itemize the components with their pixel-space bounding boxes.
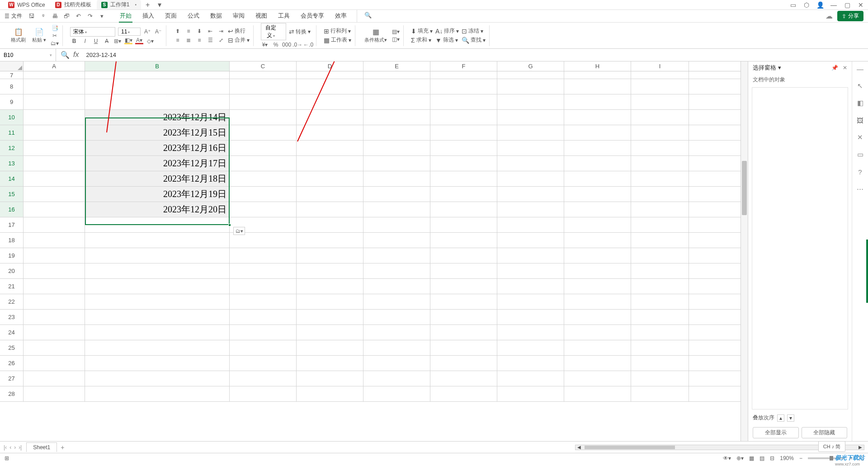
cell[interactable] [363, 156, 430, 171]
number-format-select[interactable]: 自定义▾ [261, 23, 286, 40]
border-icon[interactable]: ⊞▾ [113, 38, 122, 44]
row-header[interactable]: 11 [0, 125, 24, 140]
cube-icon[interactable]: ⬡ [803, 1, 810, 9]
cell[interactable] [497, 294, 564, 309]
row-header[interactable]: 24 [0, 325, 24, 340]
increase-font-icon[interactable]: A⁺ [143, 28, 151, 35]
strike-icon[interactable]: A̶ [103, 38, 111, 44]
cell[interactable] [363, 233, 430, 248]
cell[interactable] [297, 386, 363, 401]
vscroll-thumb[interactable] [742, 161, 747, 215]
underline-icon[interactable]: U [92, 38, 100, 44]
dec-inc-icon[interactable]: .0→ [293, 42, 302, 48]
target-icon[interactable]: ⊕▾ [736, 455, 744, 461]
table-style-icon[interactable]: ▤▾ [392, 28, 400, 35]
tab-review[interactable]: 审阅 [232, 10, 245, 23]
cell[interactable] [631, 202, 689, 217]
view-page-icon[interactable]: ▤ [760, 455, 764, 461]
cell[interactable] [24, 171, 85, 186]
col-H[interactable]: H [564, 61, 631, 71]
col-G[interactable]: G [497, 61, 564, 71]
col-E[interactable]: E [363, 61, 430, 71]
cell[interactable] [230, 187, 297, 202]
filter-button[interactable]: ▼筛选▾ [435, 36, 459, 44]
cell[interactable] [631, 156, 689, 171]
cell[interactable] [564, 248, 631, 263]
search-icon[interactable]: 🔍 [357, 10, 373, 23]
cell[interactable] [24, 94, 85, 109]
cell[interactable] [430, 371, 497, 386]
cell[interactable] [430, 340, 497, 355]
cell[interactable] [363, 79, 430, 94]
cell[interactable] [430, 141, 497, 155]
indent-dec-icon[interactable]: ⇤ [206, 28, 214, 34]
cell[interactable] [564, 356, 631, 371]
cell[interactable] [497, 356, 564, 371]
select-tool-icon[interactable]: ↖ [856, 81, 865, 90]
cell[interactable] [430, 294, 497, 309]
cell[interactable] [564, 94, 631, 109]
orientation-icon[interactable]: ⤢ [217, 37, 225, 43]
fx-icon[interactable]: fx [73, 51, 79, 59]
cell[interactable] [230, 202, 297, 217]
paste-options-icon[interactable]: 🗂▾ [233, 227, 245, 235]
cell[interactable] [631, 79, 689, 94]
cell[interactable] [430, 125, 497, 140]
vertical-scrollbar[interactable] [741, 61, 748, 441]
format-painter-button[interactable]: 📋格式刷 [9, 27, 28, 44]
cell[interactable] [631, 294, 689, 309]
cell[interactable] [564, 310, 631, 324]
move-up-icon[interactable]: ▴ [777, 414, 784, 422]
more-icon[interactable]: ▾ [98, 13, 105, 20]
sort-button[interactable]: A↓排序▾ [435, 27, 459, 35]
col-B[interactable]: B [85, 61, 230, 71]
cell[interactable] [363, 217, 430, 232]
cell[interactable] [497, 325, 564, 340]
row-header[interactable]: 26 [0, 356, 24, 371]
pic-icon[interactable]: 🖼 [856, 116, 865, 125]
row-header[interactable]: 27 [0, 371, 24, 386]
cell[interactable] [363, 340, 430, 355]
file-menu[interactable]: ☰ 文件 [5, 12, 22, 20]
clear-format-icon[interactable]: ◇▾ [146, 38, 154, 44]
cell[interactable] [24, 310, 85, 324]
cell[interactable] [230, 156, 297, 171]
comma-icon[interactable]: 000 [283, 42, 291, 48]
paste-opts-icon[interactable]: 🗂▾ [51, 40, 59, 47]
sum-button[interactable]: Σ求和▾ [411, 36, 433, 44]
col-I[interactable]: I [631, 61, 689, 71]
redo-icon[interactable]: ↷ [86, 13, 94, 20]
view-normal-icon[interactable]: ▦ [749, 455, 754, 461]
italic-icon[interactable]: I [81, 38, 89, 44]
close-icon[interactable]: ✕ [857, 1, 864, 9]
tab-wps[interactable]: WWPS Office [4, 1, 50, 9]
cell[interactable] [363, 386, 430, 401]
cell[interactable] [564, 79, 631, 94]
cell[interactable] [297, 187, 363, 202]
cell[interactable] [24, 325, 85, 340]
cell[interactable] [85, 263, 230, 278]
row-header[interactable]: 14 [0, 171, 24, 186]
cell[interactable] [363, 202, 430, 217]
cell[interactable] [430, 79, 497, 94]
cell[interactable] [497, 340, 564, 355]
cell[interactable] [363, 371, 430, 386]
cell[interactable] [24, 187, 85, 202]
prev-sheet-icon[interactable]: ‹ [9, 444, 11, 451]
move-down-icon[interactable]: ▾ [787, 414, 794, 422]
cell[interactable] [297, 110, 363, 125]
cell[interactable] [24, 371, 85, 386]
cell[interactable] [631, 356, 689, 371]
cell[interactable] [85, 217, 230, 232]
cell[interactable] [564, 263, 631, 278]
cell[interactable] [85, 79, 230, 94]
col-C[interactable]: C [230, 61, 297, 71]
cell[interactable] [564, 125, 631, 140]
pane-close-icon[interactable]: ✕ [843, 65, 847, 71]
cell[interactable] [363, 294, 430, 309]
row-header[interactable]: 13 [0, 156, 24, 171]
tab-insert[interactable]: 插入 [142, 10, 155, 23]
cell[interactable] [230, 371, 297, 386]
cell[interactable] [297, 125, 363, 140]
align-right-icon[interactable]: ≡ [195, 37, 203, 43]
